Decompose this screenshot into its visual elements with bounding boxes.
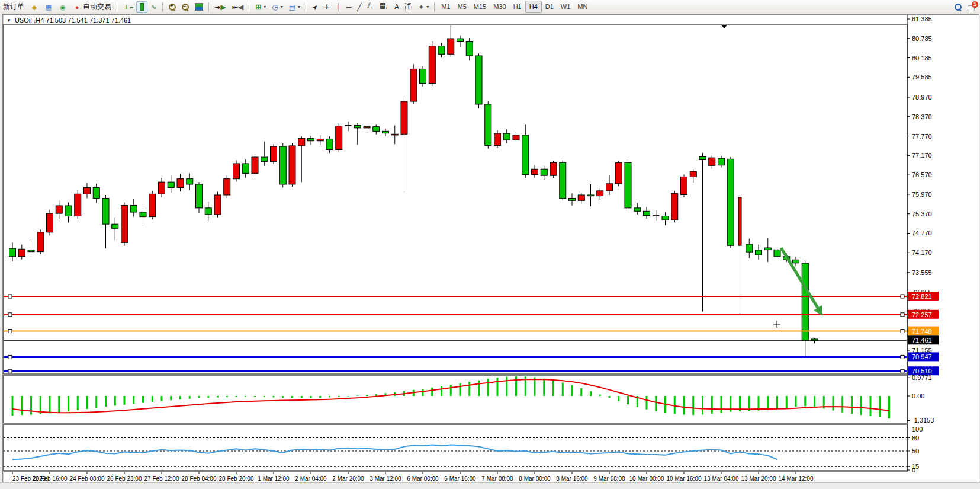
candlestick[interactable]: [289, 146, 295, 184]
bar-chart-icon[interactable]: ⊥⌐: [120, 1, 136, 13]
shapes-tool[interactable]: ✦▾: [415, 1, 432, 13]
candlestick[interactable]: [149, 194, 156, 216]
candlestick[interactable]: [438, 46, 445, 55]
candlestick[interactable]: [410, 69, 417, 101]
trendline-tool[interactable]: ╱: [354, 1, 364, 13]
candlestick[interactable]: [681, 177, 687, 194]
candlestick[interactable]: [625, 162, 631, 208]
line-handle[interactable]: [8, 313, 12, 317]
search-icon[interactable]: [952, 1, 965, 13]
candlestick[interactable]: [140, 212, 146, 217]
line-chart-icon[interactable]: ∿: [147, 1, 159, 13]
candlestick-chart-icon[interactable]: [136, 1, 147, 13]
line-handle[interactable]: [8, 355, 12, 359]
candlestick[interactable]: [317, 139, 323, 140]
candlestick[interactable]: [56, 206, 62, 213]
candlestick[interactable]: [466, 42, 473, 56]
horizontal-line-tool[interactable]: ─: [343, 1, 355, 13]
auto-trading-button[interactable]: ● 自动交易: [70, 1, 114, 13]
candlestick[interactable]: [187, 179, 193, 184]
candlestick[interactable]: [738, 197, 741, 245]
candlestick[interactable]: [75, 194, 81, 216]
candlestick[interactable]: [130, 205, 137, 212]
line-handle[interactable]: [901, 295, 904, 298]
candlestick[interactable]: [233, 164, 240, 179]
channel-tool[interactable]: ⫽E: [364, 1, 376, 13]
candlestick[interactable]: [18, 249, 25, 257]
candlestick[interactable]: [699, 157, 706, 160]
crosshair-tool[interactable]: ✛: [321, 1, 333, 13]
auto-scroll-icon[interactable]: ⇥▶: [212, 1, 229, 13]
candlestick[interactable]: [205, 208, 211, 215]
candlestick[interactable]: [764, 248, 771, 250]
candlestick[interactable]: [159, 182, 165, 194]
new-order-button[interactable]: 新订单: [0, 1, 27, 13]
candlestick[interactable]: [606, 184, 613, 191]
candlestick[interactable]: [28, 250, 34, 252]
candlestick[interactable]: [802, 263, 808, 340]
timeframe-D1[interactable]: D1: [542, 1, 557, 12]
candlestick[interactable]: [420, 69, 426, 83]
periods-button[interactable]: ◷▾: [269, 1, 286, 13]
candlestick[interactable]: [121, 205, 128, 242]
candlestick[interactable]: [271, 146, 277, 162]
candlestick[interactable]: [373, 127, 380, 132]
candlestick[interactable]: [550, 162, 557, 175]
candlestick[interactable]: [718, 158, 725, 165]
fibonacci-tool[interactable]: ▤F: [376, 1, 391, 13]
zoom-in-icon[interactable]: +: [166, 1, 179, 13]
candlestick[interactable]: [9, 248, 16, 257]
timeframe-W1[interactable]: W1: [557, 1, 574, 12]
candlestick[interactable]: [448, 39, 454, 54]
zoom-out-icon[interactable]: −: [179, 1, 192, 13]
candlestick[interactable]: [615, 162, 622, 184]
candlestick[interactable]: [560, 162, 566, 198]
chart-canvas[interactable]: 81.38580.78580.18579.58578.97078.37077.7…: [3, 15, 979, 482]
timeframe-MN[interactable]: MN: [574, 1, 591, 12]
market-watch-icon[interactable]: ▦: [41, 1, 56, 13]
label-tool[interactable]: T: [402, 1, 415, 13]
candlestick[interactable]: [93, 187, 99, 198]
candlestick[interactable]: [112, 224, 118, 228]
line-handle[interactable]: [8, 330, 12, 333]
candlestick[interactable]: [364, 127, 370, 128]
notifications-icon[interactable]: 1: [965, 1, 980, 13]
candlestick[interactable]: [587, 195, 594, 196]
candlestick[interactable]: [597, 191, 603, 196]
candlestick[interactable]: [279, 146, 286, 184]
cursor-tool[interactable]: ➤: [309, 1, 321, 13]
candlestick[interactable]: [168, 182, 174, 187]
add-indicator-button[interactable]: ⊞▾: [252, 1, 269, 13]
candlestick[interactable]: [177, 179, 184, 188]
vertical-line-tool[interactable]: │: [333, 1, 343, 13]
candlestick[interactable]: [298, 138, 305, 146]
candlestick[interactable]: [513, 135, 519, 140]
charts-icon[interactable]: ◆: [27, 1, 41, 13]
signals-icon[interactable]: ◉: [56, 1, 70, 13]
line-handle[interactable]: [8, 295, 12, 298]
candlestick[interactable]: [252, 157, 258, 173]
line-handle[interactable]: [901, 369, 904, 373]
candlestick[interactable]: [662, 216, 669, 220]
templates-button[interactable]: ▤▾: [286, 1, 303, 13]
candlestick[interactable]: [532, 169, 538, 174]
candlestick[interactable]: [644, 211, 650, 215]
line-handle[interactable]: [901, 355, 904, 359]
candlestick[interactable]: [224, 179, 230, 195]
candlestick[interactable]: [84, 187, 91, 194]
candlestick[interactable]: [457, 39, 464, 41]
candlestick[interactable]: [793, 260, 799, 263]
candlestick[interactable]: [65, 206, 72, 216]
candlestick[interactable]: [336, 126, 342, 150]
candlestick[interactable]: [401, 101, 407, 134]
candlestick[interactable]: [541, 169, 547, 175]
timeframe-H4[interactable]: H4: [525, 1, 542, 13]
candlestick[interactable]: [503, 133, 510, 140]
candlestick[interactable]: [429, 46, 435, 84]
candlestick[interactable]: [578, 195, 584, 200]
candlestick[interactable]: [485, 104, 491, 145]
candlestick[interactable]: [354, 126, 361, 128]
timeframe-H1[interactable]: H1: [510, 1, 525, 12]
timeframe-M15[interactable]: M15: [470, 1, 490, 12]
candlestick[interactable]: [391, 134, 398, 135]
